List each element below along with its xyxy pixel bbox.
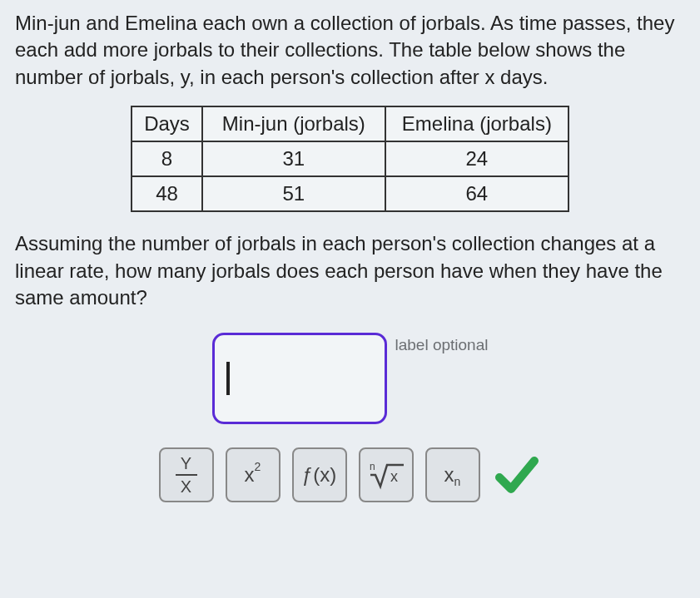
- exponent-base: x: [245, 463, 255, 487]
- table-row: 48 51 64: [132, 176, 568, 211]
- root-icon: n x: [367, 458, 405, 492]
- header-emelina: Emelina (jorbals): [385, 106, 568, 141]
- answer-area: label optional: [15, 333, 685, 424]
- svg-text:n: n: [370, 461, 375, 472]
- fraction-numerator: Y: [181, 455, 191, 472]
- answer-label-hint: label optional: [395, 333, 489, 354]
- cell-minjun-1: 51: [202, 176, 385, 211]
- data-table: Days Min-jun (jorbals) Emelina (jorbals)…: [131, 106, 569, 212]
- svg-text:x: x: [390, 468, 398, 485]
- question-prompt-2: Assuming the number of jorbals in each p…: [15, 230, 685, 311]
- header-days: Days: [132, 106, 202, 141]
- math-toolbar: Y X x2 ƒ(x) n x xn: [15, 447, 685, 502]
- table-header-row: Days Min-jun (jorbals) Emelina (jorbals): [132, 106, 568, 141]
- submit-check-button[interactable]: [492, 450, 542, 500]
- data-table-container: Days Min-jun (jorbals) Emelina (jorbals)…: [15, 106, 685, 212]
- function-label: ƒ(x): [302, 463, 336, 487]
- subscript-sub: n: [454, 475, 461, 488]
- text-cursor: [226, 362, 230, 395]
- exponent-power: 2: [255, 460, 261, 473]
- fraction-bar-icon: [176, 474, 197, 476]
- cell-emelina-0: 24: [385, 141, 568, 176]
- fraction-denominator: X: [181, 478, 191, 495]
- function-button[interactable]: ƒ(x): [292, 447, 347, 502]
- question-prompt-1: Min-jun and Emelina each own a collectio…: [15, 10, 685, 91]
- cell-emelina-1: 64: [385, 176, 568, 211]
- cell-days-0: 8: [132, 141, 202, 176]
- table-row: 8 31 24: [132, 141, 568, 176]
- exponent-button[interactable]: x2: [226, 447, 280, 502]
- subscript-base: x: [444, 463, 454, 487]
- subscript-button[interactable]: xn: [425, 447, 480, 502]
- cell-minjun-0: 31: [202, 141, 385, 176]
- checkmark-icon: [494, 452, 539, 497]
- answer-input[interactable]: [212, 333, 387, 424]
- nth-root-button[interactable]: n x: [359, 447, 414, 502]
- header-minjun: Min-jun (jorbals): [202, 106, 385, 141]
- cell-days-1: 48: [132, 176, 202, 211]
- fraction-button[interactable]: Y X: [159, 447, 214, 502]
